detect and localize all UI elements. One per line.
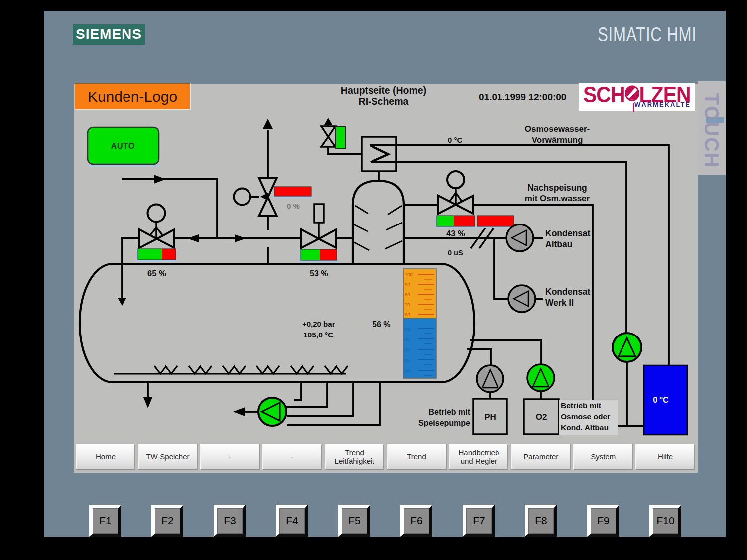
svg-text:0 °C: 0 °C	[448, 136, 463, 144]
svg-text:50: 50	[405, 326, 410, 332]
svg-text:Vorwärmung: Vorwärmung	[532, 135, 583, 145]
svg-text:Altbau: Altbau	[545, 239, 572, 249]
svg-text:56 %: 56 %	[373, 320, 390, 329]
svg-text:0 °C: 0 °C	[653, 396, 669, 404]
svg-text:PH: PH	[484, 412, 496, 422]
svg-text:Betrieb mit: Betrieb mit	[428, 408, 470, 416]
svg-text:105,0 °C: 105,0 °C	[303, 331, 334, 339]
svg-text:AUTO: AUTO	[111, 142, 135, 150]
svg-text:30: 30	[405, 347, 410, 352]
svg-text:Kondensat: Kondensat	[545, 287, 591, 297]
svg-text:43 %: 43 %	[446, 229, 465, 238]
svg-text:O2: O2	[536, 412, 547, 422]
svg-text:60: 60	[405, 312, 410, 317]
svg-text:65 %: 65 %	[147, 269, 166, 278]
svg-text:20: 20	[405, 357, 410, 363]
svg-text:0 %: 0 %	[287, 202, 300, 210]
svg-text:90: 90	[405, 282, 410, 287]
svg-text:Werk II: Werk II	[545, 298, 574, 308]
svg-text:0 uS: 0 uS	[448, 249, 463, 257]
svg-text:Betrieb mit: Betrieb mit	[561, 401, 601, 410]
svg-text:Osmose oder: Osmose oder	[561, 412, 610, 421]
svg-text:80: 80	[405, 292, 410, 297]
svg-text:Osmosewasser-: Osmosewasser-	[525, 124, 590, 134]
svg-text:Speisepumpe: Speisepumpe	[418, 419, 470, 427]
svg-text:70: 70	[405, 302, 410, 307]
svg-text:+0,20 bar: +0,20 bar	[302, 320, 335, 328]
svg-text:100: 100	[405, 272, 413, 277]
svg-text:53 %: 53 %	[310, 269, 328, 278]
svg-text:Kond. Altbau: Kond. Altbau	[561, 423, 609, 432]
svg-text:Kondensat: Kondensat	[545, 228, 591, 238]
svg-text:10: 10	[405, 368, 410, 373]
svg-text:mit Osm.wasser: mit Osm.wasser	[525, 194, 590, 203]
svg-text:40: 40	[405, 336, 410, 342]
svg-text:Nachspeisung: Nachspeisung	[527, 183, 587, 193]
